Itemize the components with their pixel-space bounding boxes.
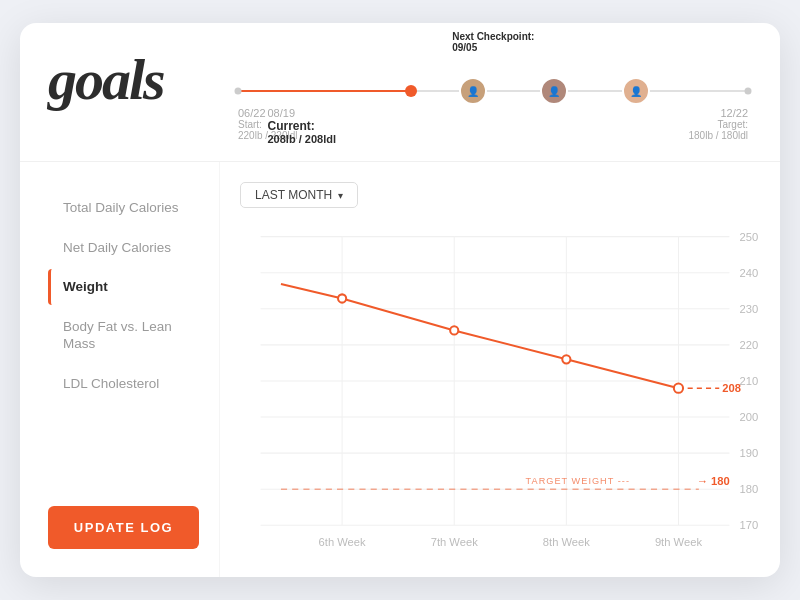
svg-text:208: 208 — [722, 382, 741, 394]
timeline-avatar-2: 👤 — [540, 77, 568, 105]
timeline-progress — [238, 90, 411, 92]
svg-text:6th Week: 6th Week — [319, 536, 366, 548]
svg-text:9th Week: 9th Week — [655, 536, 702, 548]
main-card: goals Next Checkpoint: 09/05 👤 — [20, 23, 780, 577]
svg-text:230: 230 — [740, 303, 759, 315]
timeline-end-dot — [745, 88, 752, 95]
svg-text:250: 250 — [740, 231, 759, 243]
chart-area: LAST MONTH ▾ — [220, 162, 780, 577]
svg-point-30 — [674, 384, 683, 393]
svg-point-28 — [450, 327, 458, 335]
svg-point-29 — [562, 355, 570, 363]
svg-text:190: 190 — [740, 447, 759, 459]
sidebar-item-net-daily-calories[interactable]: Net Daily Calories — [48, 230, 199, 266]
timeline: Next Checkpoint: 09/05 👤 👤 👤 — [238, 47, 748, 145]
filter-label: LAST MONTH — [255, 188, 332, 202]
timeline-current-dot — [405, 85, 417, 97]
svg-point-27 — [338, 295, 346, 303]
filter-button[interactable]: LAST MONTH ▾ — [240, 182, 358, 208]
sidebar: Total Daily Calories Net Daily Calories … — [20, 162, 220, 577]
page-title: goals — [48, 47, 238, 109]
timeline-labels: 06/22 Start: 220lb / 220ldl 08/19 Curren… — [238, 107, 748, 145]
svg-text:7th Week: 7th Week — [431, 536, 478, 548]
svg-text:→ 180: → 180 — [697, 475, 730, 487]
chevron-down-icon: ▾ — [338, 190, 343, 201]
svg-text:8th Week: 8th Week — [543, 536, 590, 548]
chart-wrap: 250 240 230 220 210 200 190 180 170 — [230, 216, 760, 567]
next-checkpoint-label: Next Checkpoint: 09/05 — [452, 31, 534, 53]
timeline-target-label: 12/22 Target: 180lb / 180ldl — [689, 107, 749, 145]
sidebar-item-ldl-cholesterol[interactable]: LDL Cholesterol — [48, 366, 199, 402]
svg-text:240: 240 — [740, 267, 759, 279]
chart-filter: LAST MONTH ▾ — [240, 182, 760, 208]
weight-chart: 250 240 230 220 210 200 190 180 170 — [230, 216, 760, 567]
header: goals Next Checkpoint: 09/05 👤 — [20, 23, 780, 162]
svg-text:180: 180 — [740, 484, 759, 496]
sidebar-item-body-fat[interactable]: Body Fat vs. Lean Mass — [48, 309, 199, 362]
svg-text:170: 170 — [740, 520, 759, 532]
svg-text:210: 210 — [740, 375, 759, 387]
sidebar-item-total-daily-calories[interactable]: Total Daily Calories — [48, 190, 199, 226]
svg-text:200: 200 — [740, 411, 759, 423]
svg-text:220: 220 — [740, 339, 759, 351]
sidebar-item-weight[interactable]: Weight — [48, 269, 199, 305]
timeline-avatar-3: 👤 — [622, 77, 650, 105]
timeline-checkpoint-avatar: 👤 — [459, 77, 487, 105]
svg-text:TARGET WEIGHT ---: TARGET WEIGHT --- — [526, 476, 630, 486]
body: Total Daily Calories Net Daily Calories … — [20, 162, 780, 577]
timeline-bar: 👤 👤 👤 — [238, 81, 748, 101]
update-log-button[interactable]: UPDATE LOG — [48, 506, 199, 549]
timeline-current-label: 08/19 Current: 208lb / 208ldl — [268, 107, 336, 145]
timeline-start-dot — [235, 88, 242, 95]
